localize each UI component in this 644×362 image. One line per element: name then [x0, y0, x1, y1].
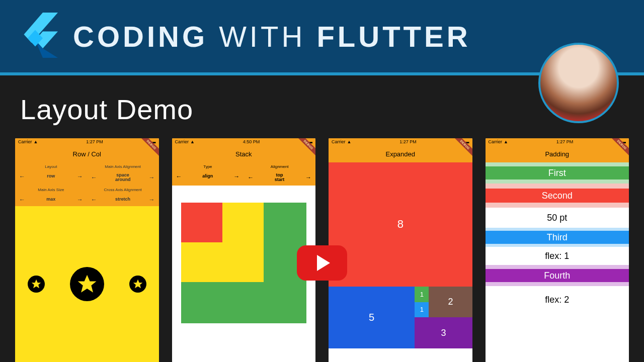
- padding-row: Second: [486, 189, 629, 203]
- flex-box-8: 8: [329, 162, 472, 287]
- flex-box-1: 1: [415, 302, 429, 318]
- padding-canvas: FirstSecond50 ptThirdflex: 1Fourthflex: …: [486, 162, 629, 348]
- phone-rowcol: Carrier ▲ 1:27 PM ▬ Row / Col DEBUG Layo…: [15, 138, 159, 362]
- arrow-right-icon[interactable]: →: [305, 174, 311, 181]
- control-value: row: [47, 174, 55, 178]
- carrier-label: Carrier: [175, 139, 189, 144]
- control-value: space around: [115, 173, 131, 183]
- svg-marker-6: [133, 280, 142, 288]
- clock: 1:27 PM: [556, 139, 574, 144]
- wifi-icon: ▲: [34, 139, 38, 144]
- star-icon: [70, 267, 104, 301]
- control-value: align: [202, 174, 213, 178]
- play-button[interactable]: [297, 245, 347, 281]
- stack-controls: Type ← align → Alignment ← top start →: [172, 162, 316, 186]
- control-value: stretch: [115, 197, 130, 202]
- status-bar: Carrier ▲ 1:27 PM ▬: [15, 138, 159, 145]
- app-title: Row / Col: [73, 150, 101, 158]
- clock: 1:27 PM: [86, 139, 103, 144]
- control-label: Main Axis Alignment: [105, 163, 141, 170]
- app-title: Padding: [545, 150, 569, 158]
- padding-band: [486, 282, 629, 286]
- phone-gallery: Carrier ▲ 1:27 PM ▬ Row / Col DEBUG Layo…: [0, 138, 644, 362]
- control-label: Layout: [45, 163, 57, 170]
- page-title: Layout Demo: [20, 93, 624, 126]
- control-label: Main Axis Size: [38, 187, 64, 193]
- layout-controls: Layout ← row → Main Axis Alignment ← spa…: [15, 162, 159, 206]
- brand-title: CODING WITH FLUTTER: [73, 20, 471, 53]
- flex-box-2: 2: [429, 287, 472, 318]
- padding-row: flex: 2: [486, 286, 629, 313]
- padding-row: Third: [486, 231, 629, 244]
- control-value: top start: [275, 173, 285, 183]
- padding-band: [486, 184, 629, 189]
- padding-band: [486, 162, 629, 166]
- app-bar: Padding: [486, 145, 629, 162]
- wifi-icon: ▲: [190, 139, 195, 144]
- control-label: Cross Axis Alignment: [104, 187, 142, 193]
- arrow-right-icon[interactable]: →: [149, 174, 155, 181]
- carrier-label: Carrier: [332, 139, 346, 144]
- arrow-left-icon[interactable]: ←: [91, 174, 97, 181]
- stack-canvas: [172, 186, 316, 346]
- app-bar: Stack: [172, 145, 316, 162]
- clock: 4:50 PM: [243, 139, 260, 144]
- status-bar: Carrier ▲ 4:50 PM ▬: [172, 138, 316, 145]
- arrow-left-icon[interactable]: ←: [176, 173, 182, 180]
- control-value: max: [46, 197, 55, 202]
- clock: 1:27 PM: [399, 139, 417, 144]
- star-icon: [28, 276, 45, 293]
- brand-header: CODING WITH FLUTTER: [0, 0, 644, 75]
- phone-stack: Carrier ▲ 4:50 PM ▬ Stack DEBUG Type ← a…: [172, 138, 316, 362]
- arrow-left-icon[interactable]: ←: [91, 196, 97, 203]
- control-label: Type: [203, 163, 212, 170]
- arrow-right-icon[interactable]: →: [77, 173, 83, 180]
- status-bar: Carrier ▲ 1:27 PM ▬: [329, 138, 472, 145]
- svg-marker-5: [77, 275, 96, 292]
- expanded-canvas: 8 5 1 1 2 3: [329, 162, 472, 348]
- arrow-right-icon[interactable]: →: [233, 173, 239, 180]
- padding-row: First: [486, 166, 629, 179]
- rowcol-canvas: [15, 206, 159, 362]
- padding-band: [486, 179, 629, 184]
- app-bar: Expanded: [329, 145, 472, 162]
- app-title: Stack: [235, 150, 252, 158]
- wifi-icon: ▲: [347, 139, 352, 144]
- padding-row: Fourth: [486, 269, 629, 282]
- padding-row: flex: 1: [486, 247, 629, 265]
- flex-box-3: 3: [415, 317, 472, 348]
- arrow-right-icon[interactable]: →: [148, 196, 154, 203]
- stack-box-red: [181, 203, 222, 242]
- avatar: [538, 43, 619, 123]
- carrier-label: Carrier: [489, 139, 503, 144]
- flex-box-1: 1: [415, 287, 429, 302]
- flex-box-5: 5: [329, 287, 415, 348]
- carrier-label: Carrier: [18, 139, 32, 144]
- control-label: Alignment: [271, 163, 289, 170]
- phone-expanded: Carrier ▲ 1:27 PM ▬ Expanded DEBUG 8 5 1…: [329, 138, 472, 362]
- arrow-left-icon[interactable]: ←: [19, 173, 25, 180]
- arrow-left-icon[interactable]: ←: [19, 196, 25, 203]
- padding-band: [486, 265, 629, 269]
- svg-marker-4: [32, 280, 41, 288]
- status-bar: Carrier ▲ 1:27 PM ▬: [486, 138, 629, 145]
- padding-band: [486, 203, 629, 208]
- wifi-icon: ▲: [504, 139, 508, 144]
- star-icon: [129, 276, 146, 293]
- flutter-logo-icon: [20, 13, 58, 60]
- arrow-left-icon[interactable]: ←: [248, 174, 254, 181]
- padding-row: 50 pt: [486, 208, 629, 228]
- arrow-right-icon[interactable]: →: [77, 196, 83, 203]
- app-title: Expanded: [385, 150, 415, 158]
- app-bar: Row / Col: [15, 145, 159, 162]
- phone-padding: Carrier ▲ 1:27 PM ▬ Padding DEBUG FirstS…: [486, 138, 629, 362]
